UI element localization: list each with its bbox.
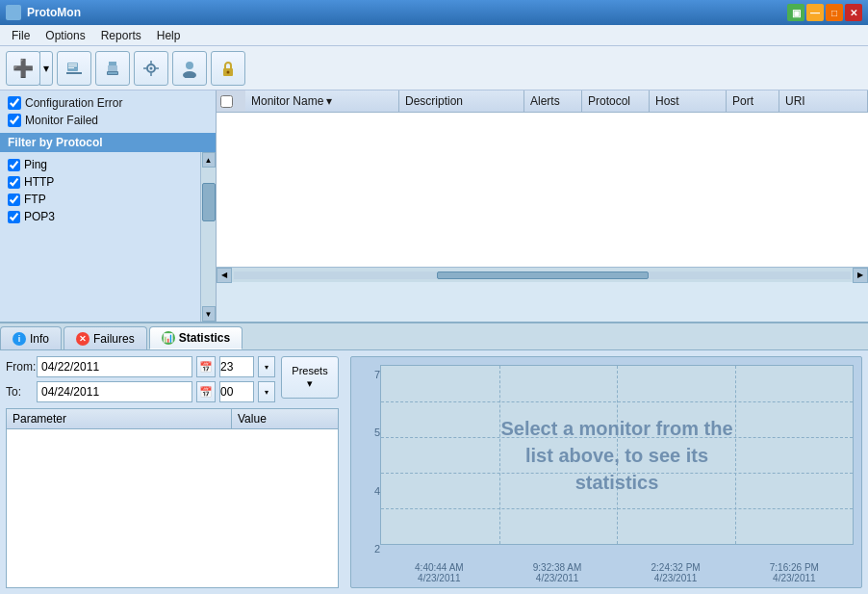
scrollbar-up-arrow[interactable]: ▲ bbox=[202, 152, 216, 168]
svg-rect-3 bbox=[68, 65, 77, 66]
left-panel: Configuration Error Monitor Failed Filte… bbox=[0, 90, 217, 322]
from-time-dropdown[interactable]: ▾ bbox=[258, 356, 275, 377]
to-time-dropdown[interactable]: ▾ bbox=[258, 381, 275, 402]
bottom-section: i Info ✕ Failures 📊 Statistics From: bbox=[0, 322, 868, 594]
presets-button[interactable]: Presets ▾ bbox=[281, 356, 339, 399]
protocol-list: Ping HTTP FTP POP3 bbox=[0, 152, 200, 322]
from-time-input[interactable] bbox=[219, 356, 254, 377]
protocol-ping-checkbox[interactable] bbox=[8, 159, 20, 171]
protocol-pop3-checkbox[interactable] bbox=[8, 211, 20, 223]
to-date-row: To: 📅 ▾ bbox=[6, 381, 275, 402]
protocol-ping-label: Ping bbox=[24, 158, 47, 171]
svg-point-10 bbox=[150, 66, 153, 69]
failures-tab-icon: ✕ bbox=[76, 332, 89, 346]
protocol-ping[interactable]: Ping bbox=[4, 156, 196, 173]
tab-statistics[interactable]: 📊 Statistics bbox=[149, 326, 243, 349]
tabs-bar: i Info ✕ Failures 📊 Statistics bbox=[0, 323, 868, 350]
menu-help[interactable]: Help bbox=[149, 27, 189, 44]
sort-icon: ▾ bbox=[326, 94, 332, 108]
monitor-table-header: Monitor Name ▾ Description Alerts Protoc… bbox=[217, 90, 868, 113]
add-dropdown-button[interactable]: ▾ bbox=[39, 51, 53, 86]
protocol-ftp[interactable]: FTP bbox=[4, 191, 196, 208]
statistics-tab-icon: 📊 bbox=[162, 331, 175, 345]
protocol-http-label: HTTP bbox=[24, 175, 54, 189]
horizontal-scrollbar[interactable]: ◀ ▶ bbox=[217, 267, 868, 282]
top-section: Configuration Error Monitor Failed Filte… bbox=[0, 90, 868, 322]
filter-monitor-failed[interactable]: Monitor Failed bbox=[4, 112, 212, 129]
svg-rect-2 bbox=[68, 64, 77, 65]
scrollbar-down-arrow[interactable]: ▼ bbox=[202, 306, 216, 322]
title-bar: ProtoMon ▣ — □ ✕ bbox=[0, 0, 868, 25]
scroll-track-inner[interactable] bbox=[234, 271, 851, 279]
protocol-scrollbar[interactable]: ▲ ▼ bbox=[200, 152, 216, 322]
protocol-pop3[interactable]: POP3 bbox=[4, 208, 196, 225]
to-date-input[interactable] bbox=[37, 381, 192, 402]
col-header-uri[interactable]: URI bbox=[779, 90, 868, 112]
svg-rect-0 bbox=[66, 72, 82, 74]
protocol-list-container: Ping HTTP FTP POP3 ▲ bbox=[0, 152, 216, 322]
col-header-alerts[interactable]: Alerts bbox=[524, 90, 582, 112]
col-header-protocol[interactable]: Protocol bbox=[582, 90, 650, 112]
to-date-picker-button[interactable]: 📅 bbox=[196, 381, 216, 402]
tab-info[interactable]: i Info bbox=[0, 326, 62, 349]
to-label: To: bbox=[6, 385, 33, 399]
protocol-pop3-label: POP3 bbox=[24, 210, 55, 223]
lock-button[interactable] bbox=[211, 51, 245, 86]
col-header-description[interactable]: Description bbox=[399, 90, 524, 112]
presets-dropdown-icon: ▾ bbox=[307, 377, 313, 390]
protocol-filter-header: Filter by Protocol bbox=[0, 133, 216, 152]
from-date-picker-button[interactable]: 📅 bbox=[196, 356, 216, 377]
scroll-left-arrow[interactable]: ◀ bbox=[217, 268, 232, 283]
chart-message: Select a monitor from the list above, to… bbox=[434, 415, 800, 496]
x-label-1: 4:40:44 AM 4/23/2011 bbox=[415, 562, 464, 583]
to-time-input[interactable] bbox=[219, 381, 254, 402]
tab-failures[interactable]: ✕ Failures bbox=[64, 326, 147, 349]
window-controls: ▣ — □ ✕ bbox=[787, 4, 862, 21]
filter-config-error[interactable]: Configuration Error bbox=[4, 94, 212, 112]
select-all-checkbox[interactable] bbox=[220, 95, 233, 108]
from-label: From: bbox=[6, 360, 33, 374]
monitor-list-panel: Monitor Name ▾ Description Alerts Protoc… bbox=[217, 90, 868, 322]
filter-monitor-failed-checkbox[interactable] bbox=[8, 114, 21, 127]
options-button[interactable] bbox=[134, 51, 168, 86]
params-col-param-header: Parameter bbox=[7, 409, 232, 428]
protocol-http[interactable]: HTTP bbox=[4, 173, 196, 191]
tab-failures-label: Failures bbox=[93, 332, 135, 346]
app-title: ProtoMon bbox=[27, 6, 81, 19]
maximize-button[interactable]: □ bbox=[826, 4, 843, 21]
minimize-button[interactable]: ▣ bbox=[787, 4, 804, 21]
info-tab-icon: i bbox=[13, 332, 26, 346]
close-button[interactable]: ✕ bbox=[845, 4, 862, 21]
y-axis-labels: 7 5 4 2 bbox=[359, 365, 380, 558]
filter-config-error-checkbox[interactable] bbox=[8, 96, 21, 110]
params-table-body bbox=[7, 429, 338, 583]
user-button[interactable] bbox=[172, 51, 207, 86]
x-label-4: 7:16:26 PM 4/23/2011 bbox=[770, 562, 819, 583]
scrollbar-thumb[interactable] bbox=[202, 183, 216, 221]
protocol-http-checkbox[interactable] bbox=[8, 176, 20, 189]
x-axis-labels: 4:40:44 AM 4/23/2011 9:32:38 AM 4/23/201… bbox=[380, 562, 854, 583]
edit-button[interactable] bbox=[57, 51, 91, 86]
y-label-7: 7 bbox=[359, 369, 380, 380]
col-header-port[interactable]: Port bbox=[727, 90, 779, 112]
protocol-ftp-checkbox[interactable] bbox=[8, 194, 20, 206]
app-icon bbox=[6, 5, 21, 20]
filter-list: Configuration Error Monitor Failed bbox=[0, 90, 216, 133]
col-header-host[interactable]: Host bbox=[650, 90, 727, 112]
y-label-2: 2 bbox=[359, 543, 380, 555]
menu-file[interactable]: File bbox=[4, 27, 38, 44]
restore-button[interactable]: — bbox=[806, 4, 824, 21]
filter-monitor-failed-label: Monitor Failed bbox=[25, 114, 98, 127]
y-label-5: 5 bbox=[359, 426, 380, 438]
col-check bbox=[217, 90, 245, 112]
print-button[interactable] bbox=[95, 51, 130, 86]
scroll-thumb-horizontal[interactable] bbox=[437, 271, 649, 279]
col-header-name[interactable]: Monitor Name ▾ bbox=[245, 90, 399, 112]
monitor-table: Monitor Name ▾ Description Alerts Protoc… bbox=[217, 90, 868, 267]
scroll-right-arrow[interactable]: ▶ bbox=[853, 268, 868, 283]
from-date-input[interactable] bbox=[37, 356, 192, 377]
menu-options[interactable]: Options bbox=[38, 27, 92, 44]
add-button[interactable]: ➕ bbox=[6, 51, 40, 86]
menu-reports[interactable]: Reports bbox=[93, 27, 149, 44]
x-label-3: 2:24:32 PM 4/23/2011 bbox=[651, 562, 701, 583]
